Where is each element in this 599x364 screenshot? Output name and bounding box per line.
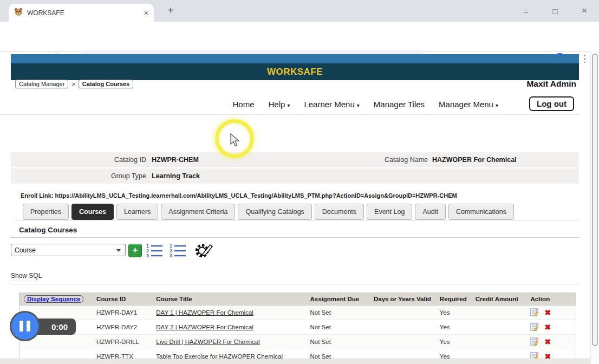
svg-text:3: 3 [146, 253, 149, 258]
site-nav: Home Help▾ Learner Menu▾ Manager Tiles M… [233, 100, 499, 109]
catalog-name-label: Catalog Name [292, 156, 428, 164]
catalog-id-row: Catalog ID HZWPR-CHEM Catalog Name HAZWO… [11, 152, 579, 167]
favicon-bear-icon [14, 8, 23, 18]
breadcrumb-catalog-manager[interactable]: Catalog Manager [15, 80, 68, 88]
pause-icon [27, 321, 30, 332]
tab-assignment-criteria[interactable]: Assignment Criteria [161, 204, 235, 220]
col-days-or-years-valid: Days or Years Valid [369, 293, 435, 306]
table-header-row: Display Sequence Course ID Course Title … [19, 293, 576, 306]
col-assignment-due: Assignment Due [306, 293, 369, 306]
catalog-id-label: Catalog ID [11, 156, 146, 164]
sort-display-sequence-link[interactable]: Display Sequence [24, 295, 83, 303]
col-action: Action [526, 293, 576, 306]
breadcrumb: Catalog Manager > Catalog Courses [15, 80, 133, 88]
nav-home[interactable]: Home [233, 100, 255, 109]
mouse-cursor-icon [230, 133, 240, 150]
tab-documents[interactable]: Documents [315, 204, 364, 220]
course-title-link[interactable]: DAY 2 | HAZWOPER For Chemical [156, 324, 253, 330]
course-id-cell: HZWPR-DAY2 [92, 320, 152, 335]
ordered-list-icon[interactable]: 1 2 3 [170, 243, 186, 260]
site-brand: WORKSAFE [11, 63, 579, 80]
edit-icon[interactable] [530, 322, 539, 332]
window-minimize-button[interactable]: – [511, 0, 541, 22]
browser-menu-icon[interactable]: ⋮ [580, 53, 589, 64]
divider [11, 237, 579, 238]
catalog-courses-table: Display Sequence Course ID Course Title … [19, 292, 576, 364]
breadcrumb-separator: > [71, 81, 75, 87]
page-bottom-strip [0, 359, 590, 364]
add-course-button[interactable]: + [128, 244, 142, 257]
breadcrumb-catalog-courses[interactable]: Catalog Courses [79, 80, 133, 88]
tab-title: WORKSAFE [27, 9, 139, 17]
catalog-name-value: HAZWOPER For Chemical [432, 156, 517, 164]
tab-qualifying-catalogs[interactable]: Qualifying Catalogs [238, 204, 311, 220]
course-type-select-value: Course [15, 246, 36, 254]
new-tab-button[interactable]: + [164, 3, 178, 17]
tabs-divider [16, 220, 579, 220]
table-row: HZWPR-DAY2 DAY 2 | HAZWOPER For Chemical… [19, 320, 576, 335]
group-type-value: Learning Track [152, 172, 200, 180]
group-type-row: Group Type Learning Track [11, 168, 579, 184]
delete-icon[interactable]: ✖ [544, 323, 551, 331]
table-row: HZWPR-DAY1 DAY 1 | HAZWOPER For Chemical… [19, 306, 576, 320]
logout-button[interactable]: Log out [529, 96, 574, 111]
course-id-cell: HZWPR-DRILL [92, 335, 152, 349]
tab-learners[interactable]: Learners [116, 204, 158, 220]
gear-edit-icon[interactable] [193, 242, 214, 261]
catalog-id-value: HZWPR-CHEM [152, 156, 199, 164]
nav-help[interactable]: Help▾ [269, 100, 290, 109]
course-title-link[interactable]: Live Drill | HAZWOPER For Chemical [156, 339, 260, 345]
browser-toolbar: ← → ↻ abilitylms_ucla_testing.learnerhal… [0, 22, 599, 52]
scrollbar-thumb[interactable] [592, 54, 598, 346]
banner-top-band [11, 54, 579, 63]
course-title-link[interactable]: DAY 1 | HAZWOPER For Chemical [156, 309, 253, 316]
enroll-link-line: Enroll Link: https://AbilityLMS_UCLA_Tes… [21, 192, 457, 199]
col-credit-amount: Credit Amount [471, 293, 526, 306]
chevron-down-icon [116, 249, 121, 252]
tab-properties[interactable]: Properties [23, 204, 69, 220]
svg-text:3: 3 [170, 253, 172, 258]
edit-icon[interactable] [530, 308, 539, 317]
logged-in-user: Maxit Admin [526, 79, 576, 89]
delete-icon[interactable]: ✖ [544, 338, 551, 346]
tab-close-icon[interactable]: × [144, 9, 148, 17]
col-course-title: Course Title [152, 293, 305, 306]
chevron-down-icon: ▾ [357, 102, 360, 108]
nav-learner-menu[interactable]: Learner Menu▾ [304, 100, 359, 109]
tab-courses[interactable]: Courses [71, 204, 114, 220]
tab-audit[interactable]: Audit [415, 204, 446, 220]
nav-manager-menu[interactable]: Manager Menu▾ [439, 100, 498, 109]
tab-event-log[interactable]: Event Log [367, 204, 412, 220]
pause-button[interactable] [10, 311, 40, 341]
nav-divider [0, 114, 579, 115]
group-type-label: Group Type [11, 172, 146, 180]
table-row: HZWPR-DRILL Live Drill | HAZWOPER For Ch… [19, 335, 576, 349]
delete-icon[interactable]: ✖ [544, 309, 551, 316]
show-sql-link[interactable]: Show SQL [11, 272, 42, 280]
browser-tab-strip: WORKSAFE × + – □ × [0, 0, 599, 22]
col-required: Required [435, 293, 471, 306]
window-maximize-button[interactable]: □ [541, 0, 570, 22]
enroll-link-url: https://AbilityLMS_UCLA_Testing.learnerh… [55, 192, 457, 199]
ordered-list-icon[interactable]: 1 2 3 [146, 243, 163, 260]
browser-tab[interactable]: WORKSAFE × [9, 4, 154, 22]
window-close-button[interactable]: × [570, 0, 599, 22]
chevron-down-icon: ▾ [287, 102, 290, 108]
tab-communications[interactable]: Communications [448, 204, 514, 220]
edit-icon[interactable] [530, 337, 539, 347]
col-course-id: Course ID [92, 293, 152, 306]
chevron-down-icon: ▾ [496, 102, 498, 108]
course-type-select[interactable]: Course [11, 244, 126, 256]
enroll-link-label: Enroll Link: [21, 192, 54, 199]
nav-manager-tiles[interactable]: Manager Tiles [374, 100, 425, 109]
divider [11, 284, 579, 284]
page-title: Catalog Courses [19, 226, 77, 234]
pause-icon [19, 321, 23, 332]
recording-widget: 0:00 [10, 311, 89, 342]
course-id-cell: HZWPR-DAY1 [92, 306, 152, 320]
catalog-section-tabs: Properties Courses Learners Assignment C… [23, 204, 514, 220]
